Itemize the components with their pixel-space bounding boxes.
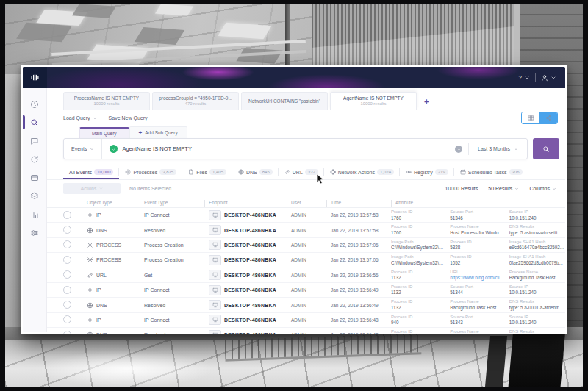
table-view-button[interactable] [522,112,539,123]
event-type-cell: IP Connect [140,212,204,218]
save-new-query-button[interactable]: Save New Query [109,115,148,121]
dark-doorway [508,329,565,387]
sync-icon [30,155,39,164]
chevron-down-icon [514,187,519,191]
filter-network-actions[interactable]: Network Actions1,024 [324,165,400,179]
sidebar-item-layers[interactable] [23,187,46,205]
row-checkbox[interactable] [63,240,71,248]
file-icon [188,169,194,175]
card-icon [30,173,39,182]
row-checkbox[interactable] [63,301,71,309]
monitor-icon [212,272,218,278]
table-view-icon [528,115,534,121]
monitor-icon [212,242,218,248]
chevron-down-icon [93,116,97,121]
support-pole [285,4,290,74]
query-tab-4[interactable]: AgentName IS NOT EMPTY10000 results [330,92,417,110]
monitor-icon [212,287,218,293]
endpoint-cell: DESKTOP-486NBKA [204,315,287,325]
query-tab-2[interactable]: processGroupId = "4950-1F0D-9...470 resu… [152,92,239,110]
table-row[interactable]: DNSResolvedDESKTOP-486NBKAADMINJan 22, 2… [47,328,565,334]
col-endpoint[interactable]: Endpoint [204,200,287,205]
filter-url[interactable]: URL332 [279,165,324,179]
filter-files[interactable]: Files1,405 [182,165,232,179]
globe-icon [87,227,93,234]
main-query-tab[interactable]: Main Query [79,127,129,138]
row-checkbox[interactable] [63,315,71,323]
actions-button-disabled[interactable]: Actions [63,183,121,194]
event-type-filters: All Events10,000Processes3,875Files1,405… [47,165,565,180]
table-header: Object Type Event Type Endpoint User Tim… [47,197,565,208]
sidebar-item-card[interactable] [23,168,46,187]
event-type-cell: Resolved [140,303,204,308]
search-button[interactable] [533,138,559,159]
user-cell: ADMIN [287,318,326,323]
filter-count-badge: 1,405 [209,169,226,175]
table-row[interactable]: IPIP ConnectDESKTOP-486NBKAADMINJan 22, … [47,208,565,223]
col-object-type[interactable]: Object Type [82,200,140,205]
table-row[interactable]: IPIP ConnectDESKTOP-486NBKAADMINJan 22, … [47,313,565,328]
col-time[interactable]: Time [326,200,391,205]
row-checkbox[interactable] [63,331,71,334]
time-cell: Jan 22, 2019 13:56:56 [326,273,391,278]
table-row[interactable]: URLGetDESKTOP-486NBKAADMINJan 22, 2019 1… [47,268,565,283]
user-cell: ADMIN [287,243,326,248]
clear-query-button[interactable] [455,146,462,153]
filter-scheduled-tasks[interactable]: Scheduled Tasks306 [454,165,528,179]
table-row[interactable]: DNSResolvedDESKTOP-486NBKAADMINJan 22, 2… [47,298,565,312]
plus-icon: + [139,129,143,136]
help-menu[interactable]: ? [519,74,530,81]
table-row[interactable]: IPIP ConnectDESKTOP-486NBKAADMINJan 22, … [47,283,565,298]
new-query-tab-button[interactable]: + [424,98,429,106]
attributes-cell: Process ID1132Process NameBackground Tas… [391,299,564,310]
sidebar-item-chart[interactable] [23,205,46,223]
event-type-cell: Process Creation [140,243,204,248]
col-attribute[interactable]: Attribute [391,200,564,205]
add-sub-query-button[interactable]: + Add Sub Query [129,126,187,138]
table-row[interactable]: DNSResolvedDESKTOP-486NBKAADMINJan 22, 2… [47,223,565,237]
row-checkbox[interactable] [63,286,71,294]
col-event-type[interactable]: Event Type [140,200,204,205]
chevron-down-icon [524,75,530,81]
filter-count-badge: 219 [435,169,448,175]
search-icon [542,146,550,153]
table-row[interactable]: PROCESSProcess CreationDESKTOP-486NBKAAD… [47,253,565,268]
time-range-select[interactable]: Last 3 Months [469,146,527,151]
attributes-cell: Process ID1132Source Port51344Source IP1… [391,284,564,295]
row-checkbox[interactable] [63,256,71,264]
endpoint-cell: DESKTOP-486NBKA [204,255,287,265]
query-expression[interactable]: AgentName IS NOT EMPTY [122,146,455,152]
query-tab-1[interactable]: ProcessName IS NOT EMPTY10000 results [63,92,150,110]
col-user[interactable]: User [287,200,326,205]
filter-processes[interactable]: Processes3,875 [119,165,182,179]
chat-icon [30,137,39,146]
share-view-button[interactable] [539,112,557,123]
endpoint-cell: DESKTOP-486NBKA [204,210,287,220]
filter-count-badge: 332 [305,169,318,175]
table-row[interactable]: PROCESSProcess CreationDESKTOP-486NBKAAD… [47,238,565,253]
row-checkbox[interactable] [63,226,71,234]
logo-icon [29,72,40,83]
sidebar-item-sync[interactable] [23,150,46,168]
user-menu[interactable] [541,74,556,82]
sidebar-item-clock[interactable] [23,95,46,113]
filter-registry[interactable]: Registry219 [400,165,454,179]
columns-select[interactable]: Columns [529,186,556,191]
entity-select[interactable]: Events [64,139,102,159]
time-cell: Jan 22, 2019 13:56:48 [326,318,391,323]
sidebar-item-search[interactable] [23,113,46,132]
user-cell: ADMIN [287,287,326,293]
page-size-select[interactable]: 50 Results [488,186,519,191]
filter-all-events[interactable]: All Events10,000 [63,165,119,179]
row-checkbox[interactable] [63,270,71,279]
row-checkbox[interactable] [63,211,71,219]
monitor-icon [212,317,218,323]
sidebar-item-sliders[interactable] [23,223,46,242]
query-tab-3[interactable]: NetworkUrl CONTAINS "pastebin" [241,92,328,110]
table-body: IPIP ConnectDESKTOP-486NBKAADMINJan 22, … [47,208,565,334]
view-toggle [521,112,558,124]
app-logo[interactable] [23,67,47,88]
filter-dns[interactable]: DNS845 [232,165,279,179]
sidebar-item-chat[interactable] [23,132,46,150]
load-query-button[interactable]: Load Query [63,115,97,121]
